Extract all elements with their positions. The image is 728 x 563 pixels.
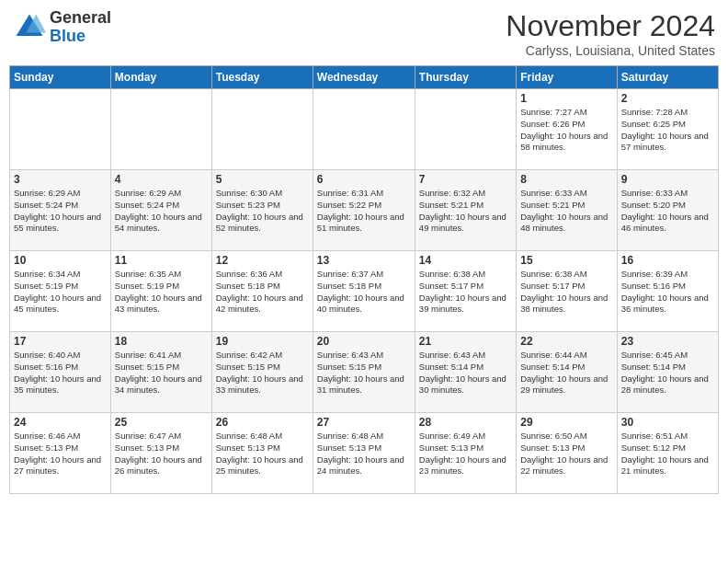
day-number: 14 [419, 254, 512, 267]
day-number: 22 [520, 335, 612, 348]
day-info: Sunrise: 6:45 AM Sunset: 5:14 PM Dayligh… [621, 350, 714, 396]
calendar-cell: 17Sunrise: 6:40 AM Sunset: 5:16 PM Dayli… [10, 332, 111, 413]
day-number: 2 [621, 92, 714, 105]
day-number: 16 [621, 254, 714, 267]
day-info: Sunrise: 7:27 AM Sunset: 6:26 PM Dayligh… [520, 107, 612, 154]
day-info: Sunrise: 6:29 AM Sunset: 5:24 PM Dayligh… [14, 188, 107, 235]
calendar-cell: 24Sunrise: 6:46 AM Sunset: 5:13 PM Dayli… [10, 413, 111, 494]
calendar-cell: 7Sunrise: 6:32 AM Sunset: 5:21 PM Daylig… [415, 170, 516, 251]
calendar-week-3: 10Sunrise: 6:34 AM Sunset: 5:19 PM Dayli… [10, 251, 719, 332]
day-info: Sunrise: 6:32 AM Sunset: 5:21 PM Dayligh… [419, 188, 512, 235]
day-info: Sunrise: 6:35 AM Sunset: 5:19 PM Dayligh… [115, 269, 208, 316]
day-info: Sunrise: 6:33 AM Sunset: 5:21 PM Dayligh… [520, 188, 612, 235]
day-info: Sunrise: 6:48 AM Sunset: 5:13 PM Dayligh… [216, 431, 309, 477]
calendar-cell: 19Sunrise: 6:42 AM Sunset: 5:15 PM Dayli… [211, 332, 313, 413]
calendar-cell: 28Sunrise: 6:49 AM Sunset: 5:13 PM Dayli… [415, 413, 516, 494]
calendar-cell: 14Sunrise: 6:38 AM Sunset: 5:17 PM Dayli… [415, 251, 516, 332]
weekday-header-wednesday: Wednesday [313, 66, 415, 89]
calendar-cell [415, 89, 516, 170]
day-number: 23 [621, 335, 714, 348]
day-info: Sunrise: 6:49 AM Sunset: 5:13 PM Dayligh… [419, 431, 512, 477]
day-info: Sunrise: 6:39 AM Sunset: 5:16 PM Dayligh… [621, 269, 714, 316]
day-number: 21 [419, 335, 512, 348]
calendar-cell [313, 89, 415, 170]
day-info: Sunrise: 6:40 AM Sunset: 5:16 PM Dayligh… [14, 350, 107, 396]
day-info: Sunrise: 6:33 AM Sunset: 5:20 PM Dayligh… [621, 188, 714, 235]
calendar-cell: 26Sunrise: 6:48 AM Sunset: 5:13 PM Dayli… [211, 413, 313, 494]
calendar-cell: 4Sunrise: 6:29 AM Sunset: 5:24 PM Daylig… [110, 170, 211, 251]
day-number: 10 [14, 254, 107, 267]
day-number: 6 [317, 173, 411, 186]
calendar-cell: 21Sunrise: 6:43 AM Sunset: 5:14 PM Dayli… [415, 332, 516, 413]
calendar-cell: 6Sunrise: 6:31 AM Sunset: 5:22 PM Daylig… [313, 170, 415, 251]
weekday-header-friday: Friday [517, 66, 617, 89]
calendar-cell: 30Sunrise: 6:51 AM Sunset: 5:12 PM Dayli… [617, 413, 718, 494]
day-number: 4 [115, 173, 208, 186]
calendar-cell: 12Sunrise: 6:36 AM Sunset: 5:18 PM Dayli… [211, 251, 313, 332]
calendar-week-1: 1Sunrise: 7:27 AM Sunset: 6:26 PM Daylig… [10, 89, 719, 170]
calendar-cell [211, 89, 313, 170]
day-number: 11 [115, 254, 208, 267]
day-number: 5 [216, 173, 309, 186]
day-number: 20 [317, 335, 411, 348]
weekday-header-tuesday: Tuesday [211, 66, 313, 89]
day-info: Sunrise: 6:50 AM Sunset: 5:13 PM Dayligh… [520, 431, 612, 477]
day-number: 26 [216, 416, 309, 429]
calendar-cell: 13Sunrise: 6:37 AM Sunset: 5:18 PM Dayli… [313, 251, 415, 332]
weekday-header-saturday: Saturday [617, 66, 718, 89]
day-number: 12 [216, 254, 309, 267]
page-header: General Blue November 2024 Carlyss, Loui… [9, 9, 719, 58]
day-info: Sunrise: 6:43 AM Sunset: 5:15 PM Dayligh… [317, 350, 411, 396]
day-info: Sunrise: 6:41 AM Sunset: 5:15 PM Dayligh… [115, 350, 208, 396]
day-number: 24 [14, 416, 107, 429]
calendar-cell: 29Sunrise: 6:50 AM Sunset: 5:13 PM Dayli… [517, 413, 617, 494]
day-info: Sunrise: 6:43 AM Sunset: 5:14 PM Dayligh… [419, 350, 512, 396]
logo-general-text: General [50, 9, 111, 28]
day-number: 27 [317, 416, 411, 429]
logo-icon [13, 11, 46, 44]
day-info: Sunrise: 6:47 AM Sunset: 5:13 PM Dayligh… [115, 431, 208, 477]
calendar-cell: 1Sunrise: 7:27 AM Sunset: 6:26 PM Daylig… [517, 89, 617, 170]
day-number: 3 [14, 173, 107, 186]
day-number: 25 [115, 416, 208, 429]
day-number: 15 [520, 254, 612, 267]
day-info: Sunrise: 6:31 AM Sunset: 5:22 PM Dayligh… [317, 188, 411, 235]
day-info: Sunrise: 6:38 AM Sunset: 5:17 PM Dayligh… [419, 269, 512, 316]
calendar-cell [10, 89, 111, 170]
day-info: Sunrise: 6:38 AM Sunset: 5:17 PM Dayligh… [520, 269, 612, 316]
day-number: 18 [115, 335, 208, 348]
day-info: Sunrise: 6:51 AM Sunset: 5:12 PM Dayligh… [621, 431, 714, 477]
weekday-header-monday: Monday [110, 66, 211, 89]
day-info: Sunrise: 6:30 AM Sunset: 5:23 PM Dayligh… [216, 188, 309, 235]
logo: General Blue [13, 9, 111, 46]
calendar-table: SundayMondayTuesdayWednesdayThursdayFrid… [9, 65, 719, 494]
calendar-cell: 20Sunrise: 6:43 AM Sunset: 5:15 PM Dayli… [313, 332, 415, 413]
calendar-week-5: 24Sunrise: 6:46 AM Sunset: 5:13 PM Dayli… [10, 413, 719, 494]
day-number: 30 [621, 416, 714, 429]
location-title: Carlyss, Louisiana, United States [506, 43, 715, 58]
calendar-cell: 8Sunrise: 6:33 AM Sunset: 5:21 PM Daylig… [517, 170, 617, 251]
calendar-cell: 2Sunrise: 7:28 AM Sunset: 6:25 PM Daylig… [617, 89, 718, 170]
day-number: 8 [520, 173, 612, 186]
day-number: 29 [520, 416, 612, 429]
day-info: Sunrise: 7:28 AM Sunset: 6:25 PM Dayligh… [621, 107, 714, 154]
day-info: Sunrise: 6:46 AM Sunset: 5:13 PM Dayligh… [14, 431, 107, 477]
day-info: Sunrise: 6:48 AM Sunset: 5:13 PM Dayligh… [317, 431, 411, 477]
day-number: 19 [216, 335, 309, 348]
day-number: 1 [520, 92, 612, 105]
day-info: Sunrise: 6:44 AM Sunset: 5:14 PM Dayligh… [520, 350, 612, 396]
day-info: Sunrise: 6:37 AM Sunset: 5:18 PM Dayligh… [317, 269, 411, 316]
month-title: November 2024 [506, 9, 715, 43]
calendar-cell [110, 89, 211, 170]
calendar-cell: 23Sunrise: 6:45 AM Sunset: 5:14 PM Dayli… [617, 332, 718, 413]
day-info: Sunrise: 6:42 AM Sunset: 5:15 PM Dayligh… [216, 350, 309, 396]
logo-blue-text: Blue [50, 28, 111, 46]
day-number: 13 [317, 254, 411, 267]
day-info: Sunrise: 6:34 AM Sunset: 5:19 PM Dayligh… [14, 269, 107, 316]
calendar-cell: 11Sunrise: 6:35 AM Sunset: 5:19 PM Dayli… [110, 251, 211, 332]
title-section: November 2024 Carlyss, Louisiana, United… [506, 9, 715, 58]
weekday-header-row: SundayMondayTuesdayWednesdayThursdayFrid… [10, 66, 719, 89]
calendar-week-4: 17Sunrise: 6:40 AM Sunset: 5:16 PM Dayli… [10, 332, 719, 413]
day-info: Sunrise: 6:36 AM Sunset: 5:18 PM Dayligh… [216, 269, 309, 316]
calendar-cell: 3Sunrise: 6:29 AM Sunset: 5:24 PM Daylig… [10, 170, 111, 251]
